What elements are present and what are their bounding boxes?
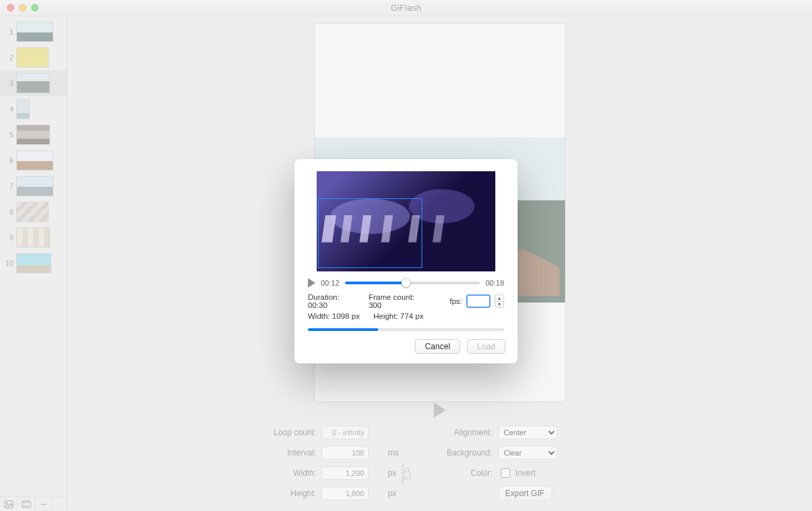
trim-slider-thumb[interactable] (401, 278, 411, 288)
cancel-button[interactable]: Cancel (415, 339, 460, 354)
trim-start-time: 00:12 (321, 279, 340, 287)
fps-stepper[interactable]: ▲ ▼ (495, 294, 504, 308)
fps-input[interactable] (466, 294, 491, 308)
stepper-up-icon[interactable]: ▲ (495, 295, 503, 302)
trim-end-time: 00:18 (485, 279, 504, 287)
duration-text: Duration: 00:30 (308, 293, 355, 309)
load-button[interactable]: Load (467, 339, 505, 354)
video-height-text: Height: 774 px (374, 312, 424, 320)
stepper-down-icon[interactable]: ▼ (495, 302, 503, 308)
load-progress-fill (308, 328, 378, 331)
import-video-dialog: 00:12 00:18 Duration: 00:30 Frame count:… (294, 159, 518, 363)
load-progress (308, 328, 504, 331)
play-icon[interactable] (308, 278, 315, 288)
trim-slider-fill (345, 282, 406, 284)
fps-label: fps: (449, 297, 462, 305)
crop-rectangle[interactable] (318, 198, 422, 268)
video-preview[interactable] (317, 171, 495, 271)
video-width-text: Width: 1098 px (308, 312, 360, 320)
trim-slider[interactable] (345, 282, 480, 284)
video-trim-bar: 00:12 00:18 (308, 278, 504, 288)
framecount-text: Frame count: 300 (369, 293, 423, 309)
